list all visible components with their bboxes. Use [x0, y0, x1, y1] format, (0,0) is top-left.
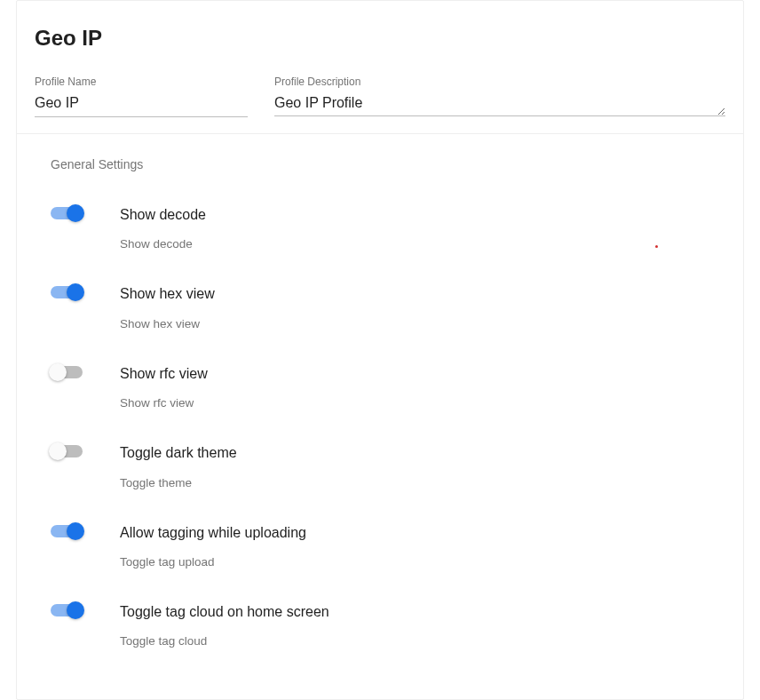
profile-fields-row: Profile Name Profile Description: [17, 51, 743, 134]
toggle-wrap: [51, 284, 120, 298]
setting-title: Show decode: [120, 205, 725, 225]
setting-desc: Show decode: [120, 237, 725, 251]
toggle-knob: [67, 522, 84, 540]
profile-name-label: Profile Name: [35, 76, 248, 88]
toggle-knob: [67, 283, 84, 301]
setting-row-show-rfc-view: Show rfc viewShow rfc view: [51, 339, 725, 418]
toggle-knob: [67, 204, 84, 222]
setting-desc: Toggle tag cloud: [120, 634, 725, 648]
setting-row-dark-theme: Toggle dark themeToggle theme: [51, 418, 725, 497]
toggle-show-hex-view[interactable]: [51, 286, 83, 298]
setting-title: Allow tagging while uploading: [120, 523, 725, 543]
page-title: Geo IP: [17, 1, 743, 51]
toggle-tag-cloud[interactable]: [51, 604, 83, 616]
setting-texts: Toggle dark themeToggle theme: [120, 443, 725, 489]
setting-row-show-hex-view: Show hex viewShow hex view: [51, 259, 725, 338]
settings-card: Geo IP Profile Name Profile Description …: [16, 0, 744, 700]
toggle-wrap: [51, 205, 120, 219]
setting-title: Show hex view: [120, 284, 725, 304]
setting-title: Toggle tag cloud on home screen: [120, 602, 725, 622]
toggle-knob: [49, 442, 67, 460]
section-general-label: General Settings: [17, 134, 743, 171]
profile-name-input[interactable]: [35, 91, 248, 117]
toggle-wrap: [51, 443, 120, 457]
toggle-dark-theme[interactable]: [51, 445, 83, 457]
setting-desc: Toggle theme: [120, 476, 725, 489]
setting-desc: Show hex view: [120, 317, 725, 330]
setting-texts: Show hex viewShow hex view: [120, 284, 725, 330]
setting-desc: Show rfc view: [120, 396, 725, 410]
toggle-show-decode[interactable]: [51, 207, 83, 219]
toggle-tag-upload[interactable]: [51, 525, 83, 537]
setting-desc: Toggle tag upload: [120, 555, 725, 569]
setting-row-tag-upload: Allow tagging while uploadingToggle tag …: [51, 498, 725, 577]
setting-row-tag-cloud: Toggle tag cloud on home screenToggle ta…: [51, 577, 725, 656]
setting-title: Toggle dark theme: [120, 443, 725, 463]
setting-row-show-decode: Show decodeShow decode: [51, 180, 725, 259]
profile-description-input[interactable]: [274, 91, 725, 116]
setting-texts: Show decodeShow decode: [120, 205, 725, 251]
setting-texts: Allow tagging while uploadingToggle tag …: [120, 523, 725, 569]
profile-description-label: Profile Description: [274, 76, 725, 88]
indicator-dot-icon: [655, 245, 658, 248]
profile-name-field: Profile Name: [35, 76, 248, 117]
toggle-wrap: [51, 602, 120, 616]
toggle-knob: [67, 601, 84, 619]
setting-texts: Toggle tag cloud on home screenToggle ta…: [120, 602, 725, 648]
setting-title: Show rfc view: [120, 364, 725, 384]
toggle-wrap: [51, 364, 120, 378]
setting-texts: Show rfc viewShow rfc view: [120, 364, 725, 410]
toggle-knob: [49, 363, 67, 381]
toggle-show-rfc-view[interactable]: [51, 366, 83, 378]
settings-list: Show decodeShow decodeShow hex viewShow …: [17, 171, 743, 656]
profile-description-field: Profile Description: [274, 76, 725, 117]
toggle-wrap: [51, 523, 120, 537]
